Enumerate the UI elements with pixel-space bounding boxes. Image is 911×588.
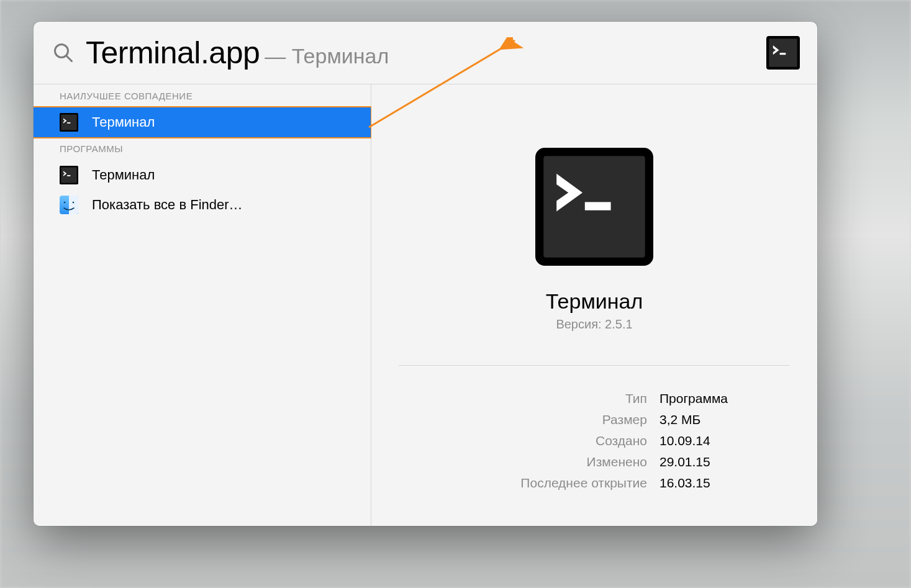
meta-row-type: Тип Программа	[461, 388, 728, 409]
terminal-icon	[60, 166, 78, 184]
meta-value: 29.01.15	[659, 451, 710, 473]
finder-icon	[60, 196, 78, 214]
result-label: Терминал	[92, 167, 155, 183]
preview-version: Версия: 2.5.1	[556, 317, 632, 332]
meta-row-last-opened: Последнее открытие 16.03.15	[461, 473, 728, 494]
preview-metadata: Тип Программа Размер 3,2 МБ Создано 10.0…	[461, 388, 728, 494]
terminal-icon	[535, 148, 653, 266]
svg-point-12	[73, 202, 75, 204]
section-header-applications: ПРОГРАММЫ	[34, 137, 371, 160]
section-header-best-match: НАИЛУЧШЕЕ СОВПАДЕНИЕ	[34, 84, 371, 107]
meta-value: 10.09.14	[659, 430, 710, 451]
search-bar[interactable]: Terminal.app — Терминал	[34, 22, 817, 84]
meta-key: Размер	[461, 409, 647, 430]
meta-key: Последнее открытие	[461, 473, 647, 494]
result-best-match[interactable]: Терминал	[34, 107, 371, 137]
terminal-icon	[60, 113, 78, 132]
terminal-icon	[766, 36, 800, 70]
result-label: Показать все в Finder…	[92, 197, 243, 213]
meta-key: Создано	[461, 430, 647, 451]
meta-key: Тип	[461, 388, 647, 409]
meta-row-modified: Изменено 29.01.15	[461, 451, 728, 473]
meta-row-size: Размер 3,2 МБ	[461, 409, 728, 430]
meta-row-created: Создано 10.09.14	[461, 430, 728, 451]
meta-value: 16.03.15	[659, 473, 710, 494]
preview-panel: Терминал Версия: 2.5.1 Тип Программа Раз…	[371, 84, 817, 526]
result-app-terminal[interactable]: Терминал	[34, 160, 371, 190]
preview-divider	[399, 365, 790, 366]
spotlight-window: Terminal.app — Терминал НАИЛУЧШЕЕ СОВПАД…	[34, 22, 817, 526]
results-panel: НАИЛУЧШЕЕ СОВПАДЕНИЕ Терминал ПРОГРАММЫ	[34, 84, 371, 526]
meta-value: 3,2 МБ	[659, 409, 700, 430]
search-icon	[52, 42, 75, 64]
preview-title: Терминал	[546, 289, 643, 314]
svg-line-1	[66, 56, 72, 61]
meta-key: Изменено	[461, 451, 647, 473]
result-show-in-finder[interactable]: Показать все в Finder…	[34, 190, 371, 220]
svg-rect-10	[67, 175, 70, 176]
meta-value: Программа	[659, 388, 728, 409]
svg-point-11	[64, 202, 66, 204]
svg-rect-15	[585, 202, 611, 210]
svg-rect-7	[67, 122, 70, 124]
result-label: Терминал	[92, 114, 155, 130]
search-text: Terminal.app — Терминал	[86, 35, 766, 71]
search-query[interactable]: Terminal.app	[86, 35, 260, 71]
search-autocomplete-suffix: — Терминал	[265, 44, 389, 68]
svg-rect-4	[780, 53, 786, 55]
